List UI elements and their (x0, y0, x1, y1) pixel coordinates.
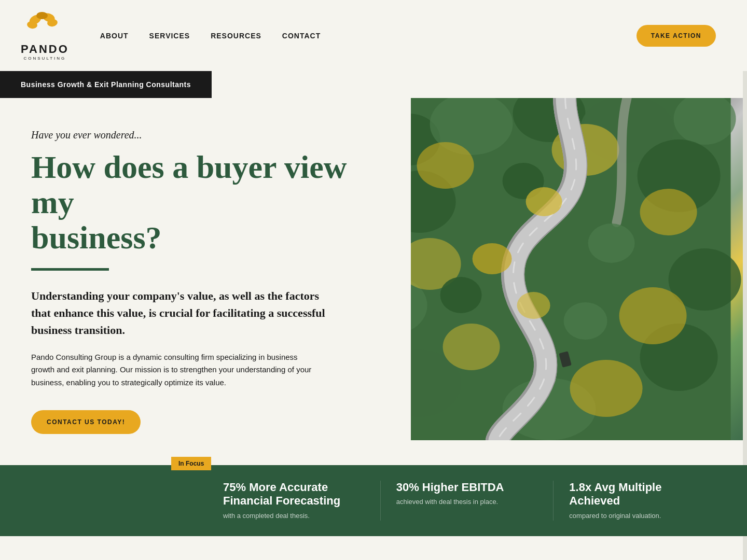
main-content: Have you ever wondered... How does a buy… (0, 98, 747, 465)
svg-point-27 (588, 223, 634, 263)
main-nav: ABOUT SERVICES RESOURCES CONTACT (100, 32, 637, 40)
stat-headline-1: 75% More Accurate Financial Forecasting (223, 481, 365, 508)
stat-desc-3: compared to original valuation. (569, 511, 711, 521)
nav-services[interactable]: SERVICES (149, 32, 190, 40)
hero-heading: How does a buyer view my business? (31, 149, 353, 256)
nav-resources[interactable]: RESOURCES (211, 32, 261, 40)
svg-point-29 (563, 302, 607, 340)
svg-point-20 (640, 189, 697, 235)
stat-headline-3: 1.8x Avg Multiple Achieved (569, 481, 711, 508)
svg-point-32 (517, 292, 550, 319)
heading-divider (31, 268, 109, 271)
svg-point-31 (472, 243, 511, 274)
subtitle-bar: Business Growth & Exit Planning Consulta… (0, 71, 212, 98)
stats-bar: In Focus 75% More Accurate Financial For… (0, 465, 747, 536)
hero-left: Have you ever wondered... How does a buy… (0, 98, 411, 465)
stat-desc-2: achieved with deal thesis in place. (396, 497, 538, 507)
nav-about[interactable]: ABOUT (100, 32, 129, 40)
stats-container: 75% More Accurate Financial Forecasting … (0, 465, 747, 536)
take-action-button[interactable]: TAKE ACTION (637, 25, 716, 47)
contact-us-button[interactable]: CONTACT US TODAY! (31, 410, 141, 434)
stat-item-3: 1.8x Avg Multiple Achieved compared to o… (554, 481, 726, 521)
logo[interactable]: PANDO CONSULTING (21, 10, 69, 61)
stat-item-1: 75% More Accurate Financial Forecasting … (208, 481, 381, 521)
svg-point-4 (36, 12, 48, 19)
subtitle-bar-wrapper: Business Growth & Exit Planning Consulta… (0, 71, 747, 98)
header: PANDO CONSULTING ABOUT SERVICES RESOURCE… (0, 0, 747, 71)
hero-description: Pando Consulting Group is a dynamic cons… (31, 351, 322, 389)
pando-logo-icon (24, 10, 65, 41)
stat-item-2: 30% Higher EBITDA achieved with deal the… (381, 481, 554, 521)
stat-headline-2: 30% Higher EBITDA (396, 481, 538, 494)
nav-contact[interactable]: CONTACT (282, 32, 321, 40)
svg-point-22 (619, 287, 686, 344)
hero-tagline: Have you ever wondered... (31, 129, 380, 141)
svg-point-24 (570, 360, 642, 417)
in-focus-badge: In Focus (171, 457, 211, 470)
logo-text: PANDO (21, 43, 69, 56)
logo-subtext: CONSULTING (23, 56, 66, 61)
svg-point-30 (525, 187, 562, 216)
hero-subheading: Understanding your company's value, as w… (31, 287, 332, 339)
svg-point-28 (440, 277, 481, 313)
svg-point-18 (417, 142, 474, 189)
svg-point-23 (442, 324, 500, 370)
stat-desc-1: with a completed deal thesis. (223, 511, 365, 521)
